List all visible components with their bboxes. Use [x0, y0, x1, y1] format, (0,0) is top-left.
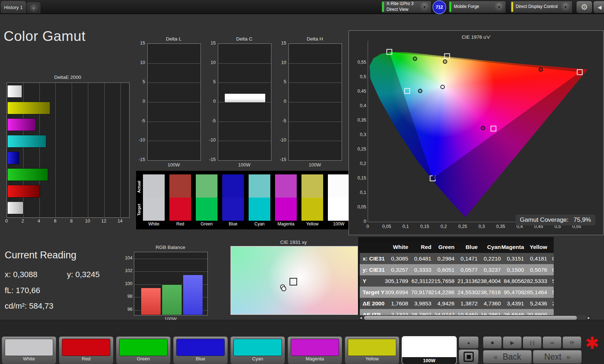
pattern-button-magenta[interactable]: Magenta: [287, 336, 342, 364]
transport-refresh-button[interactable]: ⟳: [562, 336, 582, 349]
notification-asterisk-icon[interactable]: ✱: [585, 333, 599, 353]
cie76-x-tick: 0,35: [494, 224, 507, 229]
delta-y-tick: -15: [135, 157, 145, 162]
tab-label: History 1: [4, 5, 22, 10]
target-swatch: [249, 198, 270, 221]
measured-marker-green: [413, 57, 417, 60]
deltae-x-tick: 8: [68, 219, 74, 224]
refresh-icon: ⟳: [570, 340, 574, 346]
cie76-x-tick: 0,05: [380, 224, 393, 229]
deltae-bar-white: [7, 85, 22, 98]
meter-name: X-Rite i1Pro 3: [387, 1, 414, 6]
transport-stop-button[interactable]: ■: [483, 336, 502, 349]
pattern-swatch: [176, 339, 225, 356]
swatch-label: Green: [196, 221, 217, 227]
target-swatch: [328, 198, 350, 221]
cie76-y-tick: 0,45: [352, 89, 366, 94]
tab-history-1[interactable]: History 1: [1, 1, 26, 13]
back-button[interactable]: « Back: [483, 350, 532, 364]
meter-count-badge[interactable]: 712: [432, 0, 446, 14]
meter-dropdown[interactable]: X-Rite i1Pro 3 Direct View ▼: [381, 1, 431, 13]
deltae-chart-title: DeltaE 2000: [7, 75, 129, 80]
table-cell: 3,4391: [504, 298, 527, 309]
transport-play-button[interactable]: ▶: [503, 336, 522, 349]
table-cell-clipped: 5: [550, 287, 554, 298]
delta-gridline: [218, 122, 271, 122]
delta-y-tick: 15: [276, 41, 286, 46]
table-cell: 0,6481: [411, 253, 434, 264]
rgb-y-tick: 102: [122, 268, 132, 273]
display-control-dropdown[interactable]: Direct Display Control ▼: [510, 1, 573, 13]
next-button[interactable]: Next »: [533, 350, 582, 364]
cie76-y-tick: 0,05: [352, 204, 366, 209]
deltae-bar-chart: [7, 82, 130, 218]
pattern-swatch: [119, 339, 168, 356]
table-row-3: Y305,178962,3112215,765821,3136238,40048…: [360, 275, 554, 287]
pattern-button-100w[interactable]: 100W: [402, 336, 457, 364]
table-cell: 10,5460: [457, 309, 481, 315]
collapse-panel-button[interactable]: ◀: [593, 1, 604, 13]
pattern-swatch: [5, 339, 53, 356]
chevron-down-icon: ▼: [420, 2, 429, 12]
rgb-y-tick: 104: [122, 255, 132, 261]
settings-gear-button[interactable]: ⚙: [576, 1, 592, 13]
top-bar: History 1 + X-Rite i1Pro 3 Direct View ▼…: [0, 0, 604, 14]
table-header-cell: Yellow: [527, 241, 550, 253]
cie76-y-tick: 0: [352, 219, 366, 224]
table-row-4: Target Y309,699470,9178214,228624,553023…: [360, 287, 554, 298]
pattern-label: Magenta: [288, 356, 342, 363]
chevrons-right-icon: »: [566, 353, 570, 361]
delta-gridline: [289, 82, 342, 83]
delta-chart-footer: 100W: [288, 162, 341, 168]
cie76-y-tick: 0,15: [352, 175, 366, 181]
deltae-gridline: [55, 83, 56, 217]
cie31-target-marker: [290, 278, 297, 285]
delta-chart-footer: 100W: [218, 162, 271, 168]
source-dropdown[interactable]: Mobile Forge ▼: [448, 1, 506, 13]
table-cell: 214,2286: [434, 287, 457, 298]
cie-1976-panel: CIE 1976 u'v' 0,550,50,450,40,350,30,250…: [349, 30, 604, 235]
pattern-button-cyan[interactable]: Cyan: [230, 336, 285, 364]
stop-icon: ■: [491, 340, 494, 346]
pattern-window-button[interactable]: [459, 349, 479, 364]
cie76-y-tick: 0,25: [352, 147, 366, 152]
delta-gridline: [148, 102, 200, 102]
pattern-button-white[interactable]: White: [1, 336, 56, 364]
table-cell: 4,9426: [434, 298, 457, 309]
table-cell: 238,4004: [481, 275, 504, 287]
transport-loop-button[interactable]: ∞: [542, 336, 562, 349]
reading-y: y: 0,3245: [67, 270, 100, 279]
cie-1976-title: CIE 1976 u'v': [349, 34, 603, 40]
add-tab-button[interactable]: +: [27, 2, 41, 13]
actual-swatch: [169, 174, 191, 198]
table-header-row: WhiteRedGreenBlueCyanMagentaYellow: [360, 241, 554, 253]
table-cell: 0,3085: [388, 253, 411, 264]
table-cell: 16,2861: [481, 309, 504, 315]
table-cell: 2,7322: [388, 309, 411, 315]
target-row-label: Target: [137, 199, 142, 221]
pattern-button-green[interactable]: Green: [116, 336, 171, 364]
swatch-label: Blue: [222, 221, 244, 227]
pattern-swatch: [348, 339, 396, 356]
transport-step-button[interactable]: [-]: [523, 336, 542, 349]
delta-y-tick: 5: [276, 79, 286, 84]
loop-icon: ∞: [550, 340, 554, 346]
deltae-gridline: [121, 83, 121, 217]
actual-swatch: [143, 174, 165, 198]
cie76-y-tick: 0,4: [352, 103, 366, 108]
pattern-button-red[interactable]: Red: [59, 336, 114, 364]
pattern-swatch: [291, 339, 339, 356]
delta-chart-title: Delta L: [147, 36, 200, 42]
scrollbar-thumb[interactable]: [364, 316, 577, 320]
display-status-bar: [511, 2, 513, 12]
pattern-button-yellow[interactable]: Yellow: [345, 336, 400, 364]
table-row-label: x: CIE31: [360, 253, 388, 264]
deltae-gridline: [88, 83, 88, 217]
delta-y-tick: 0: [206, 99, 216, 104]
cie76-y-tick: 0,35: [352, 118, 366, 123]
cie76-x-tick: 0: [361, 224, 374, 229]
measured-marker-magenta: [481, 126, 485, 130]
delta-chart-footer: 100W: [147, 162, 200, 168]
pattern-button-blue[interactable]: Blue: [173, 336, 228, 364]
pattern-up-button[interactable]: ▲: [459, 336, 479, 349]
